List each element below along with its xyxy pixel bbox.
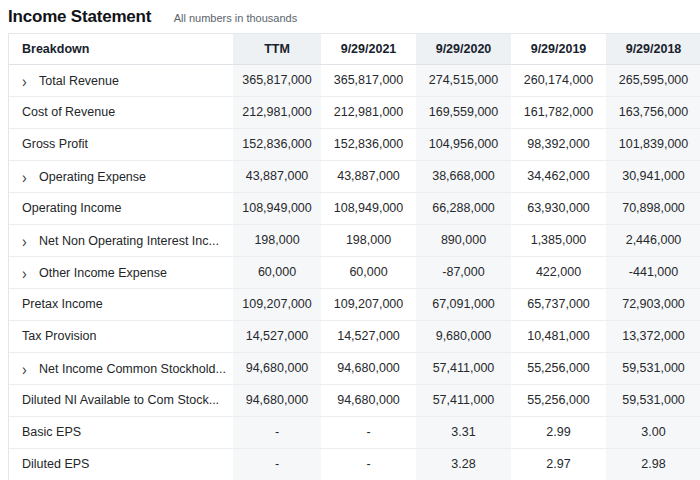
table-row: Operating Income 108,949,000 108,949,000… (9, 192, 700, 224)
cell-value: 2.99 (511, 416, 606, 448)
cell-value: 2,446,000 (606, 224, 700, 256)
row-label: Gross Profit (22, 137, 88, 151)
expand-chevron-icon: › (22, 232, 30, 248)
row-label: Basic EPS (22, 425, 81, 439)
cell-value: 212,981,000 (321, 96, 416, 128)
cell-value: 14,527,000 (233, 320, 321, 352)
cell-value: 63,930,000 (511, 192, 606, 224)
table-row: ›Net Non Operating Interest Inc... 198,0… (9, 224, 700, 256)
table-row: Basic EPS - - 3.31 2.99 3.00 (9, 416, 700, 448)
cell-value: 365,817,000 (233, 64, 321, 96)
row-label: Other Income Expense (39, 266, 167, 280)
column-header-ttm: TTM (233, 34, 321, 64)
cell-value: - (233, 416, 321, 448)
row-label-operating-expense[interactable]: ›Operating Expense (9, 160, 233, 192)
table-row: Pretax Income 109,207,000 109,207,000 67… (9, 288, 700, 320)
table-header-row: Breakdown TTM 9/29/2021 9/29/2020 9/29/2… (9, 34, 700, 64)
page-title: Income Statement (8, 7, 151, 27)
cell-value: 94,680,000 (233, 352, 321, 384)
row-label-pretax-income: Pretax Income (9, 288, 233, 320)
cell-value: 9,680,000 (416, 320, 511, 352)
table-row: ›Net Income Common Stockhold... 94,680,0… (9, 352, 700, 384)
cell-value: 212,981,000 (233, 96, 321, 128)
cell-value: 169,559,000 (416, 96, 511, 128)
row-label-cost-of-revenue: Cost of Revenue (9, 96, 233, 128)
cell-value: 104,956,000 (416, 128, 511, 160)
cell-value: 2.98 (606, 448, 700, 480)
cell-value: 13,372,000 (606, 320, 700, 352)
cell-value: 108,949,000 (233, 192, 321, 224)
cell-value: 2.97 (511, 448, 606, 480)
row-label: Net Non Operating Interest Inc... (39, 234, 219, 248)
page-subtitle: All numbers in thousands (174, 12, 298, 24)
cell-value: 198,000 (233, 224, 321, 256)
cell-value: - (321, 416, 416, 448)
cell-value: 59,531,000 (606, 384, 700, 416)
cell-value: 66,288,000 (416, 192, 511, 224)
cell-value: 55,256,000 (511, 384, 606, 416)
cell-value: 43,887,000 (321, 160, 416, 192)
cell-value: 43,887,000 (233, 160, 321, 192)
cell-value: 1,385,000 (511, 224, 606, 256)
cell-value: - (321, 448, 416, 480)
row-label-diluted-ni-available: Diluted NI Available to Com Stock... (9, 384, 233, 416)
table-row: Diluted NI Available to Com Stock... 94,… (9, 384, 700, 416)
cell-value: 70,898,000 (606, 192, 700, 224)
cell-value: 152,836,000 (321, 128, 416, 160)
table-row: Cost of Revenue 212,981,000 212,981,000 … (9, 96, 700, 128)
cell-value: 67,091,000 (416, 288, 511, 320)
cell-value: 94,680,000 (321, 352, 416, 384)
column-header-2019: 9/29/2019 (511, 34, 606, 64)
row-label-other-income-expense[interactable]: ›Other Income Expense (9, 256, 233, 288)
cell-value: 34,462,000 (511, 160, 606, 192)
cell-value: 59,531,000 (606, 352, 700, 384)
cell-value: 265,595,000 (606, 64, 700, 96)
row-label-net-income-common-stockholders[interactable]: ›Net Income Common Stockhold... (9, 352, 233, 384)
cell-value: 422,000 (511, 256, 606, 288)
cell-value: 60,000 (233, 256, 321, 288)
cell-value: 274,515,000 (416, 64, 511, 96)
income-statement-table: Breakdown TTM 9/29/2021 9/29/2020 9/29/2… (8, 33, 700, 480)
row-label: Cost of Revenue (22, 105, 115, 119)
expand-chevron-icon: › (22, 264, 30, 280)
cell-value: 890,000 (416, 224, 511, 256)
table-row: ›Other Income Expense 60,000 60,000 -87,… (9, 256, 700, 288)
cell-value: 57,411,000 (416, 384, 511, 416)
cell-value: 10,481,000 (511, 320, 606, 352)
cell-value: 109,207,000 (321, 288, 416, 320)
cell-value: 3.00 (606, 416, 700, 448)
cell-value: 161,782,000 (511, 96, 606, 128)
cell-value: 94,680,000 (233, 384, 321, 416)
cell-value: 198,000 (321, 224, 416, 256)
table-row: Diluted EPS - - 3.28 2.97 2.98 (9, 448, 700, 480)
row-label: Operating Income (22, 201, 121, 215)
cell-value: 101,839,000 (606, 128, 700, 160)
cell-value: 3.31 (416, 416, 511, 448)
row-label-net-non-operating-interest[interactable]: ›Net Non Operating Interest Inc... (9, 224, 233, 256)
expand-chevron-icon: › (22, 72, 30, 88)
column-header-2021: 9/29/2021 (321, 34, 416, 64)
cell-value: 14,527,000 (321, 320, 416, 352)
cell-value: 65,737,000 (511, 288, 606, 320)
cell-value: 108,949,000 (321, 192, 416, 224)
table-row: ›Operating Expense 43,887,000 43,887,000… (9, 160, 700, 192)
cell-value: 94,680,000 (321, 384, 416, 416)
row-label-gross-profit: Gross Profit (9, 128, 233, 160)
cell-value: - (233, 448, 321, 480)
cell-value: 98,392,000 (511, 128, 606, 160)
row-label: Diluted EPS (22, 457, 89, 471)
row-label-operating-income: Operating Income (9, 192, 233, 224)
cell-value: 30,941,000 (606, 160, 700, 192)
cell-value: 55,256,000 (511, 352, 606, 384)
cell-value: 57,411,000 (416, 352, 511, 384)
page-header: Income Statement All numbers in thousand… (0, 0, 700, 33)
table-row: ›Total Revenue 365,817,000 365,817,000 2… (9, 64, 700, 96)
cell-value: 163,756,000 (606, 96, 700, 128)
cell-value: 60,000 (321, 256, 416, 288)
row-label-total-revenue[interactable]: ›Total Revenue (9, 64, 233, 96)
cell-value: 38,668,000 (416, 160, 511, 192)
cell-value: 152,836,000 (233, 128, 321, 160)
row-label: Total Revenue (39, 74, 119, 88)
row-label: Diluted NI Available to Com Stock... (22, 393, 219, 407)
column-header-2018: 9/29/2018 (606, 34, 700, 64)
